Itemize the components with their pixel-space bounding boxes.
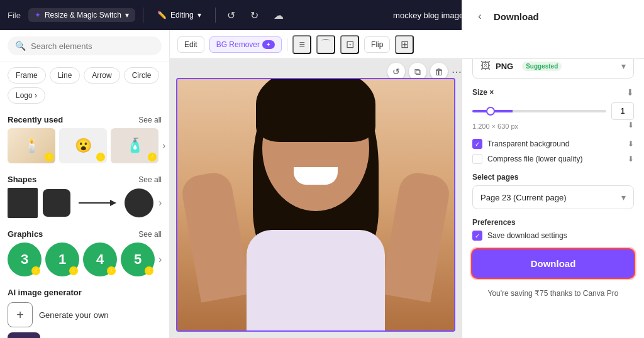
search-icon: 🔍 bbox=[15, 41, 26, 51]
compress-row[interactable]: Compress file (lower quality) ⬇ bbox=[472, 154, 634, 164]
file-menu[interactable]: File bbox=[8, 11, 21, 20]
graphic-item-4[interactable]: 4 ⭐ bbox=[83, 243, 117, 276]
undo-button[interactable]: ↺ bbox=[223, 7, 239, 24]
save-settings-checkbox[interactable]: ✓ bbox=[472, 231, 482, 241]
chevron-down-icon: ▾ bbox=[621, 61, 626, 71]
ai-generate-label: Generate your own bbox=[39, 310, 109, 320]
canvas-background bbox=[177, 79, 454, 330]
element-tags: Frame Line Arrow Circle Logo › bbox=[0, 62, 169, 109]
see-all-recent[interactable]: See all bbox=[138, 116, 162, 124]
arrow-line-svg bbox=[75, 195, 119, 210]
select-pages-label: Select pages bbox=[472, 173, 634, 182]
graphic-item-5[interactable]: 5 ⭐ bbox=[121, 243, 155, 276]
document-title: mockey blog images2 bbox=[393, 11, 472, 20]
select-pages-section: Select pages Page 23 (Current page) ▾ bbox=[472, 173, 634, 209]
size-dims: 1,200 × 630 px bbox=[472, 123, 518, 130]
compress-info-icon: ⬇ bbox=[628, 155, 634, 163]
shapes-more-arrow[interactable]: › bbox=[158, 197, 162, 209]
edit-button[interactable]: Edit bbox=[177, 36, 204, 53]
transparent-bg-row[interactable]: ✓ Transparent background ⬇ bbox=[472, 139, 634, 149]
flip-button[interactable]: Flip bbox=[364, 36, 390, 53]
sidebar-content: Recently used See all 🕯️ ⭐ 😮 ⭐ 🧴 ⭐ › bbox=[0, 109, 169, 338]
shape-rounded-rect[interactable] bbox=[43, 189, 70, 217]
save-settings-row[interactable]: ✓ Save download settings bbox=[472, 231, 634, 241]
transparent-bg-checkbox[interactable]: ✓ bbox=[472, 139, 482, 149]
see-all-shapes[interactable]: See all bbox=[138, 175, 162, 184]
ai-section: AI image generator + Generate your own 🐱… bbox=[8, 281, 162, 338]
toolbar-sep-1 bbox=[287, 38, 287, 51]
graphic-badge-4: ⭐ bbox=[145, 266, 153, 275]
graphic-item-1[interactable]: 1 ⭐ bbox=[45, 243, 79, 276]
graphic-badge-2: ⭐ bbox=[69, 266, 78, 275]
shape-arrow-line[interactable] bbox=[75, 195, 119, 210]
search-bar: 🔍 bbox=[0, 30, 169, 62]
bg-remover-button[interactable]: BG Remover ✦ bbox=[209, 36, 282, 53]
thumb-badge-2: ⭐ bbox=[96, 153, 105, 161]
align-button[interactable]: ≡ bbox=[292, 35, 311, 54]
thumb-badge-1: ⭐ bbox=[45, 153, 53, 161]
pages-select-value: Page 23 (Current page) bbox=[480, 193, 567, 202]
save-settings-label: Save download settings bbox=[487, 231, 567, 240]
savings-text: You're saving ₹75 thanks to Canva Pro bbox=[472, 286, 634, 298]
size-slider[interactable] bbox=[472, 110, 606, 112]
see-all-graphics[interactable]: See all bbox=[138, 230, 162, 239]
recently-used-grid: 🕯️ ⭐ 😮 ⭐ 🧴 ⭐ › bbox=[8, 128, 162, 163]
download-button[interactable]: Download bbox=[472, 249, 634, 278]
tag-circle[interactable]: Circle bbox=[124, 67, 160, 84]
compress-checkbox[interactable] bbox=[472, 154, 482, 164]
graphics-more-arrow[interactable]: › bbox=[158, 254, 162, 265]
graphics-title: Graphics bbox=[8, 229, 43, 239]
tag-logo[interactable]: Logo › bbox=[8, 87, 45, 104]
ai-preview-row: 🐱 "A cute anime cat in a forest with flo… bbox=[8, 332, 162, 338]
panel-title: Download bbox=[494, 11, 539, 22]
tag-arrow[interactable]: Arrow bbox=[84, 67, 119, 84]
cloud-save-icon[interactable]: ☁ bbox=[270, 7, 287, 24]
shape-circle[interactable] bbox=[125, 188, 153, 217]
preferences-label: Preferences bbox=[472, 218, 634, 227]
size-download-icon[interactable]: ⬇ bbox=[626, 87, 634, 97]
recent-thumb-1[interactable]: 🕯️ ⭐ bbox=[8, 128, 55, 163]
graphics-section-header: Graphics See all bbox=[8, 223, 162, 243]
transparent-bg-info-icon: ⬇ bbox=[628, 139, 634, 148]
pro-badge: ✦ bbox=[262, 40, 275, 49]
transparent-bg-label: Transparent background bbox=[487, 139, 569, 148]
thumb-badge-3: ⭐ bbox=[148, 153, 157, 161]
graphic-badge-3: ⭐ bbox=[107, 266, 116, 275]
size-info-icon: ⬇ bbox=[628, 121, 634, 129]
tag-line[interactable]: Line bbox=[50, 67, 80, 84]
main-layout: 🔍 Frame Line Arrow Circle Logo › Recentl… bbox=[0, 30, 644, 338]
size-section: Size × ⬇ 1,200 × 630 px ⬇ bbox=[472, 87, 634, 130]
ai-plus-button[interactable]: + bbox=[8, 302, 33, 327]
redo-button[interactable]: ↻ bbox=[247, 7, 262, 24]
svg-marker-1 bbox=[110, 200, 116, 206]
canvas-image-container bbox=[176, 78, 455, 332]
panel-back-button[interactable]: ‹ bbox=[472, 9, 487, 24]
pages-select[interactable]: Page 23 (Current page) ▾ bbox=[472, 185, 634, 209]
ai-generate-row[interactable]: + Generate your own bbox=[8, 302, 162, 327]
ai-preview-thumb[interactable]: 🐱 bbox=[8, 332, 40, 338]
ai-generator-title: AI image generator bbox=[8, 288, 162, 297]
left-sidebar: 🔍 Frame Line Arrow Circle Logo › Recentl… bbox=[0, 30, 170, 338]
file-type-name: PNG bbox=[496, 62, 513, 71]
recent-thumb-2[interactable]: 😮 ⭐ bbox=[59, 128, 107, 163]
size-input[interactable] bbox=[611, 102, 634, 120]
search-input-wrap: 🔍 bbox=[8, 36, 162, 55]
editing-mode[interactable]: ✏️ Editing ▾ bbox=[151, 8, 208, 22]
grid-button[interactable]: ⊞ bbox=[395, 35, 414, 54]
suggested-badge: Suggested bbox=[522, 62, 562, 71]
search-input[interactable] bbox=[31, 41, 154, 51]
pages-chevron-icon: ▾ bbox=[621, 192, 626, 202]
curve-button[interactable]: ⌒ bbox=[316, 35, 335, 54]
tag-frame[interactable]: Frame bbox=[8, 67, 46, 84]
shape-square[interactable] bbox=[8, 188, 38, 218]
toolbar-strip: Edit BG Remover ✦ ≡ ⌒ ⊡ Flip ⊞ bbox=[170, 30, 644, 59]
resize-magic-switch[interactable]: ✦ Resize & Magic Switch ▾ bbox=[28, 8, 135, 22]
nav-divider-1 bbox=[143, 8, 143, 23]
page-more-options[interactable]: ⋯ bbox=[452, 66, 462, 78]
graphic-item-3[interactable]: 3 ⭐ bbox=[8, 243, 42, 276]
crop-button[interactable]: ⊡ bbox=[340, 35, 359, 54]
recent-more-arrow[interactable]: › bbox=[162, 128, 165, 163]
recently-used-section-header: Recently used See all bbox=[8, 109, 162, 128]
shapes-grid: › bbox=[8, 188, 162, 218]
recent-thumb-3[interactable]: 🧴 ⭐ bbox=[111, 128, 158, 163]
